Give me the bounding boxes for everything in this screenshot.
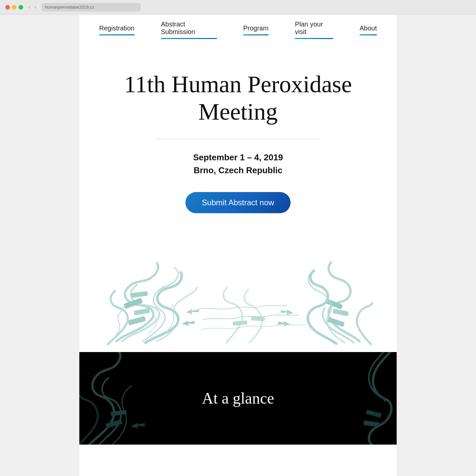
nav-item-registration[interactable]: Registration — [99, 24, 135, 35]
traffic-lights — [5, 5, 23, 10]
main-navigation: Registration Abstract Submission Program… — [79, 15, 397, 44]
svg-rect-3 — [131, 291, 148, 298]
nav-item-about[interactable]: About — [360, 24, 377, 35]
protein-illustration — [99, 226, 377, 352]
black-section-protein-right — [357, 352, 397, 445]
svg-rect-7 — [333, 308, 349, 316]
title-divider — [155, 139, 321, 139]
page-container: Registration Abstract Submission Program… — [79, 15, 397, 476]
hero-section: 11th Human Peroxidase Meeting September … — [79, 44, 397, 352]
nav-item-abstract-submission[interactable]: Abstract Submission — [161, 20, 217, 38]
svg-marker-4 — [181, 320, 194, 326]
close-button-icon[interactable] — [5, 5, 10, 10]
svg-rect-0 — [128, 316, 146, 326]
page-title: 11th Human Peroxidase Meeting — [99, 71, 377, 126]
forward-button[interactable]: › — [33, 4, 38, 11]
black-section-protein-left — [79, 352, 152, 445]
svg-rect-16 — [366, 410, 382, 417]
svg-marker-15 — [131, 422, 145, 428]
browser-nav-buttons: ‹ › — [27, 4, 38, 11]
back-button[interactable]: ‹ — [27, 4, 32, 11]
address-text: humanperoxidase2019.cz — [45, 5, 94, 10]
page-wrapper: Registration Abstract Submission Program… — [0, 15, 476, 476]
svg-rect-17 — [363, 420, 379, 427]
browser-chrome: ‹ › humanperoxidase2019.cz — [0, 0, 476, 15]
fullscreen-button-icon[interactable] — [19, 5, 23, 10]
event-date: September 1 – 4, 2019 — [99, 152, 377, 163]
minimize-button-icon[interactable] — [12, 5, 17, 10]
svg-marker-10 — [281, 309, 294, 315]
svg-marker-5 — [186, 309, 199, 314]
event-location: Brno, Czech Republic — [99, 165, 377, 176]
address-bar[interactable]: humanperoxidase2019.cz — [42, 3, 141, 12]
submit-abstract-button[interactable]: Submit Abstract now — [185, 192, 291, 213]
at-a-glance-heading: At a glance — [202, 389, 274, 407]
protein-svg — [99, 226, 377, 352]
at-a-glance-section: At a glance — [79, 352, 397, 445]
nav-item-program[interactable]: Program — [243, 24, 269, 35]
svg-rect-1 — [134, 308, 150, 315]
nav-item-plan-your-visit[interactable]: Plan your visit — [295, 20, 333, 38]
svg-marker-9 — [278, 321, 290, 326]
svg-rect-13 — [105, 419, 123, 428]
svg-rect-11 — [233, 320, 248, 326]
